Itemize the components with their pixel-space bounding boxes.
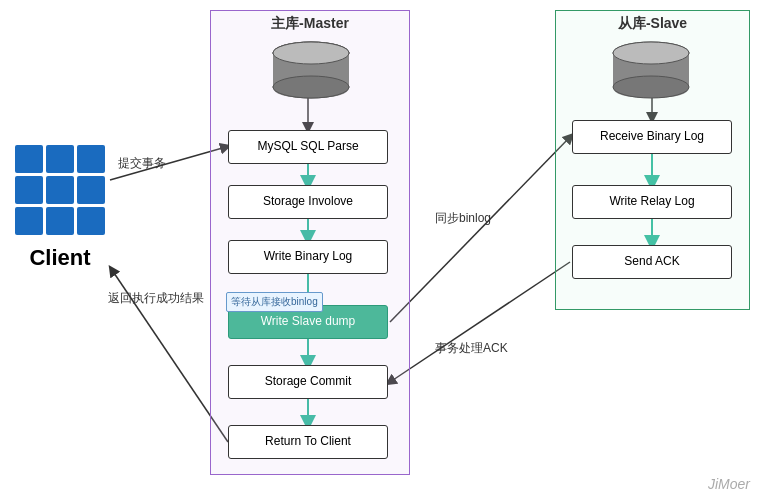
slave-db-icon: [611, 41, 691, 103]
master-db-icon: [271, 41, 351, 103]
storage-commit-box: Storage Commit: [228, 365, 388, 399]
label-transaction-ack: 事务处理ACK: [435, 340, 508, 357]
client-label: Client: [29, 245, 90, 271]
svg-line-11: [390, 262, 570, 382]
svg-point-21: [613, 42, 689, 64]
send-ack-box: Send ACK: [572, 245, 732, 279]
client-cell-6: [77, 176, 105, 204]
wait-slave-label: 等待从库接收binlog: [226, 292, 323, 312]
client-cell-4: [15, 176, 43, 204]
svg-point-18: [273, 42, 349, 64]
svg-point-17: [273, 76, 349, 98]
svg-line-10: [390, 137, 570, 322]
receive-binary-log-box: Receive Binary Log: [572, 120, 732, 154]
master-title: 主库-Master: [211, 11, 409, 37]
client-cell-8: [46, 207, 74, 235]
watermark: JiMoer: [708, 476, 750, 492]
mysql-sql-parse-box: MySQL SQL Parse: [228, 130, 388, 164]
client-area: Client: [15, 145, 105, 271]
write-relay-log-box: Write Relay Log: [572, 185, 732, 219]
client-cell-7: [15, 207, 43, 235]
client-cell-1: [15, 145, 43, 173]
return-to-client-box: Return To Client: [228, 425, 388, 459]
slave-title: 从库-Slave: [556, 11, 749, 37]
write-binary-log-box: Write Binary Log: [228, 240, 388, 274]
client-grid: [15, 145, 105, 235]
client-cell-3: [77, 145, 105, 173]
client-cell-9: [77, 207, 105, 235]
client-cell-5: [46, 176, 74, 204]
label-return-result: 返回执行成功结果: [108, 290, 204, 307]
client-cell-2: [46, 145, 74, 173]
storage-involve-box: Storage Involove: [228, 185, 388, 219]
diagram-container: Client 提交事务 返回执行成功结果 同步binlog 事务处理ACK 等待…: [0, 0, 762, 500]
svg-point-20: [613, 76, 689, 98]
label-sync-binlog: 同步binlog: [435, 210, 491, 227]
label-submit-transaction: 提交事务: [118, 155, 166, 172]
